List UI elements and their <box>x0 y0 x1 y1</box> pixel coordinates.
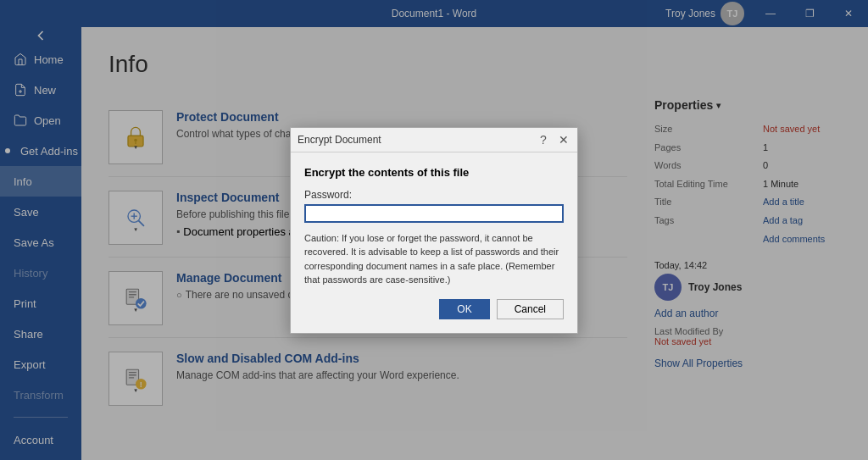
modal-title: Encrypt Document <box>298 134 381 146</box>
encrypt-dialog: Encrypt Document ? ✕ Encrypt the content… <box>290 127 578 334</box>
modal-heading: Encrypt the contents of this file <box>304 166 564 179</box>
password-label: Password: <box>304 189 564 201</box>
modal-overlay[interactable]: Encrypt Document ? ✕ Encrypt the content… <box>0 0 868 460</box>
modal-body: Encrypt the contents of this file Passwo… <box>291 152 577 333</box>
modal-controls: ? ✕ <box>537 133 570 147</box>
ok-button[interactable]: OK <box>439 299 489 319</box>
password-input[interactable] <box>304 204 564 223</box>
modal-warning: Caution: If you lose or forget the passw… <box>304 231 564 287</box>
modal-footer: OK Cancel <box>304 299 564 319</box>
modal-close-icon[interactable]: ✕ <box>557 133 570 147</box>
cancel-button[interactable]: Cancel <box>497 299 564 319</box>
modal-question-icon[interactable]: ? <box>537 133 550 147</box>
modal-titlebar: Encrypt Document ? ✕ <box>291 128 577 152</box>
